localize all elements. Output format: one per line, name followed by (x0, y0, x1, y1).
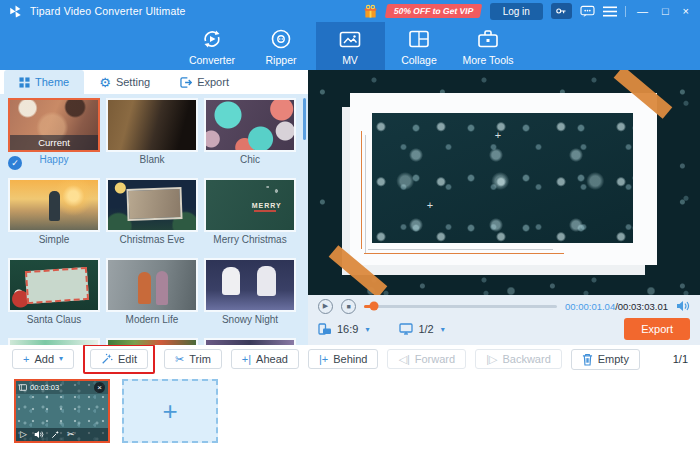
minimize-button[interactable]: — (634, 6, 651, 17)
converter-icon (200, 27, 224, 51)
tab-mv-label: MV (342, 54, 358, 66)
preview-panel: + + ▶ ■ 00:00:01.04/00:03:03.01 16:9 ▾ (308, 70, 700, 345)
ahead-button[interactable]: +| Ahead (231, 349, 299, 369)
film-icon (19, 384, 27, 391)
backward-icon: |▷ (486, 354, 497, 365)
theme-thumbnail (8, 338, 100, 345)
theme-item-santa-claus[interactable]: Santa Claus (8, 258, 100, 328)
tipard-logo-icon (8, 4, 23, 19)
magic-wand-icon (51, 430, 60, 439)
trim-button[interactable]: ✂ Trim (164, 349, 222, 369)
export-tab-icon (180, 77, 192, 88)
tab-collage-label: Collage (401, 54, 437, 66)
theme-thumbnail (106, 258, 198, 312)
add-clip-slot[interactable]: + (122, 379, 218, 443)
theme-item-snowy-night[interactable]: Snowy Night (204, 258, 296, 328)
theme-item-merry-christmas[interactable]: MERRY Merry Christmas (204, 178, 296, 248)
export-button[interactable]: Export (624, 318, 690, 340)
behind-button[interactable]: |+ Behind (308, 349, 379, 369)
progress-handle[interactable] (369, 302, 378, 311)
tab-export[interactable]: Export (165, 70, 244, 94)
login-button[interactable]: Log in (490, 3, 543, 20)
tab-export-label: Export (197, 76, 229, 88)
check-icon: ✓ (8, 156, 22, 170)
ahead-label: Ahead (256, 353, 288, 365)
main-nav: Converter Ripper MV Collage More Tools (0, 22, 700, 70)
clip-duration: 00:03:03 (30, 383, 59, 392)
clip-close-icon[interactable]: × (94, 382, 105, 393)
clip-trim-icon[interactable]: ✂ (67, 430, 75, 439)
theme-thumbnail: MERRY (204, 178, 296, 232)
tab-converter[interactable]: Converter (178, 22, 247, 70)
promo-badge[interactable]: 50% OFF to Get VIP (385, 4, 483, 18)
playback-controls: ▶ ■ 00:00:01.04/00:03:03.01 (308, 295, 700, 317)
progress-bar[interactable] (364, 305, 557, 308)
clip-play-icon[interactable]: ▷ (20, 430, 27, 439)
tab-mv[interactable]: MV (316, 22, 385, 70)
merry-underline (254, 210, 276, 212)
tape-decoration (614, 70, 673, 119)
clip-timeline: 00:03:03 × ▷ ✂ + (0, 373, 700, 453)
gear-icon: ⚙ (99, 76, 111, 89)
current-badge: Current (10, 135, 98, 150)
theme-label: Chic (204, 154, 296, 165)
collage-icon (407, 27, 431, 51)
scrollbar[interactable] (303, 98, 306, 140)
theme-thumbnail (106, 338, 198, 345)
theme-label: Snowy Night (204, 314, 296, 325)
tab-more-tools-label: More Tools (462, 54, 513, 66)
menu-button[interactable] (603, 6, 617, 17)
tab-setting[interactable]: ⚙ Setting (84, 70, 165, 94)
video-preview: + + (308, 70, 700, 295)
page-indicator: 1/1 (673, 353, 688, 365)
theme-item-partial-3[interactable] (204, 338, 296, 345)
aspect-ratio-value: 16:9 (337, 323, 358, 335)
add-label: Add (34, 353, 54, 365)
clip-edit-icon[interactable] (51, 430, 60, 439)
time-display: 00:00:01.04/00:03:03.01 (565, 301, 668, 312)
tab-ripper-label: Ripper (266, 54, 297, 66)
feedback-button[interactable] (580, 5, 595, 18)
theme-label: Blank (106, 154, 198, 165)
display-scale-select[interactable]: 1/2 ▾ (399, 323, 446, 335)
register-key-button[interactable] (551, 3, 572, 19)
theme-item-happy[interactable]: Current Happy ✓ (8, 98, 100, 168)
theme-item-blank[interactable]: Blank (106, 98, 198, 168)
maximize-button[interactable]: □ (659, 6, 672, 17)
aspect-ratio-icon (318, 323, 332, 335)
tab-more-tools[interactable]: More Tools (454, 22, 523, 70)
edit-button[interactable]: Edit (90, 349, 148, 369)
clip-tools: ▷ ✂ (16, 428, 108, 441)
stop-button[interactable]: ■ (341, 299, 356, 314)
theme-item-simple[interactable]: Simple (8, 178, 100, 248)
tab-theme[interactable]: Theme (4, 70, 84, 94)
clip-item[interactable]: 00:03:03 × ▷ ✂ (14, 379, 110, 443)
theme-item-partial-2[interactable] (106, 338, 198, 345)
trash-icon (582, 353, 593, 366)
title-bar: Tipard Video Converter Ultimate 50% OFF … (0, 0, 700, 22)
empty-label: Empty (598, 353, 629, 365)
play-button[interactable]: ▶ (318, 299, 333, 314)
chevron-down-icon: ▾ (441, 325, 445, 334)
sparkle-cross: + (427, 199, 433, 211)
frame-accent-line (368, 249, 553, 250)
theme-item-chic[interactable]: Chic (204, 98, 296, 168)
theme-grid-icon (19, 77, 30, 88)
clip-volume-icon[interactable] (34, 430, 44, 439)
aspect-ratio-select[interactable]: 16:9 ▾ (318, 323, 371, 335)
preview-photo-frame: + + (350, 93, 657, 265)
magic-wand-icon (101, 353, 113, 365)
theme-item-modern-life[interactable]: Modern Life (106, 258, 198, 328)
scissors-icon: ✂ (175, 354, 184, 365)
theme-item-partial-1[interactable] (8, 338, 100, 345)
theme-item-christmas-eve[interactable]: Christmas Eve (106, 178, 198, 248)
tab-converter-label: Converter (189, 54, 235, 66)
close-button[interactable]: × (680, 6, 692, 17)
theme-label: Merry Christmas (204, 234, 296, 245)
edit-highlight-box: Edit (83, 344, 155, 374)
tab-collage[interactable]: Collage (385, 22, 454, 70)
tab-ripper[interactable]: Ripper (247, 22, 316, 70)
add-button[interactable]: + Add ▾ (12, 349, 74, 369)
empty-button[interactable]: Empty (571, 349, 640, 370)
volume-icon[interactable] (676, 300, 690, 312)
